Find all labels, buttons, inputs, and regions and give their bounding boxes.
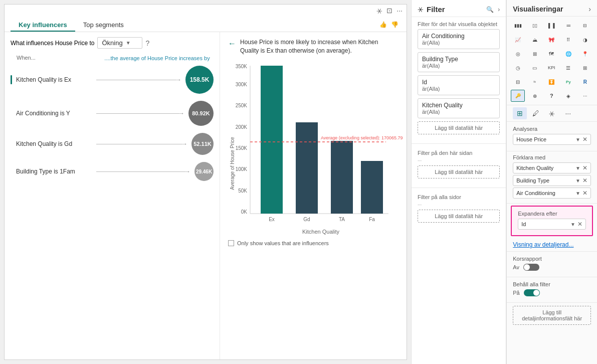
filter-item-kitchen-quality[interactable]: Kitchen Quality är(Alla) [418,98,500,118]
vis-icon-kpi[interactable]: KPI [544,62,558,74]
vis-icon-line[interactable]: 📈 [511,34,525,46]
bar-ex[interactable] [261,66,283,214]
vis-icon-more-visuals[interactable]: ··· [578,90,592,102]
vis-icon-pie[interactable]: ◑ [578,34,592,46]
bar-ta[interactable] [331,141,353,214]
analysera-label: Analysera [513,126,591,132]
vis-icon-area[interactable]: ⛰ [528,34,542,46]
tool-format[interactable]: ⊞ [513,107,527,119]
korsrapport-toggle[interactable] [523,264,539,271]
tab-top-segments[interactable]: Top segments [75,17,132,32]
x-axis-label: Kitchen Quality [302,229,339,235]
visning-link[interactable]: Visning av detaljerad... [513,241,591,248]
vis-panel-title: Visualiseringar [513,5,588,13]
vis-icon-decomp[interactable]: ⊕ [528,90,542,102]
back-arrow-icon[interactable]: ← [228,39,236,48]
vis-icon-py[interactable]: Py [561,76,575,88]
vis-icon-key-influencers[interactable]: 🔑 [511,90,525,102]
forklara-air-conditioning[interactable]: Air Conditioning ▼ ✕ [513,188,591,199]
vis-icon-ribbon[interactable]: 🎀 [544,34,558,46]
behall-label: Behåll alla filter [513,281,591,287]
svg-text:Fa: Fa [369,217,375,222]
bar-fa[interactable] [361,161,383,214]
influencer-label: Air Conditioning is Y [16,110,96,117]
vis-icon-qna[interactable]: ? [544,90,558,102]
influencer-label: Kitchen Quality is Ex [16,76,96,83]
filter-icon[interactable]: ⚹ [376,7,382,15]
filter-add-page-btn[interactable]: Lägg till datafält här [418,165,500,178]
tool-filter[interactable]: ⚹ [545,107,559,119]
ac-x-icon[interactable]: ✕ [582,190,587,197]
thumbup-icon[interactable]: 👍 [379,21,387,28]
svg-text:Average of House Price: Average of House Price [230,136,235,190]
vis-icon-smart[interactable]: ◈ [561,90,575,102]
vis-icon-filled-map[interactable]: 📍 [578,48,592,60]
dropdown-arrow-icon: ▼ [126,40,131,46]
filter-item-air-conditioning[interactable]: Air Conditioning är(Alla) [418,29,500,49]
filter-panel-title: Filter [427,5,483,14]
filter-search-icon[interactable]: 🔍 [486,6,494,13]
filter-item-id[interactable]: Id är(Alla) [418,75,500,95]
svg-text:TA: TA [339,217,345,222]
filter-item-building-type[interactable]: Building Type är(Alla) [418,52,500,72]
vis-icon-table[interactable]: ⊞ [578,62,592,74]
bt-x-icon[interactable]: ✕ [582,177,587,184]
svg-text:200K: 200K [236,124,248,130]
svg-text:Ex: Ex [269,217,275,222]
kq-x-icon[interactable]: ✕ [582,164,587,171]
filter-all-more[interactable]: ··· [418,202,422,208]
vis-icon-card[interactable]: ▭ [528,62,542,74]
vis-icon-hbar[interactable]: ≡≡ [561,20,575,32]
chart-panel: ← House Price is more likely to increase… [220,32,407,359]
vis-icon-choropleth[interactable]: 🌐 [561,48,575,60]
thumbdown-icon[interactable]: 👎 [391,21,399,28]
forklara-kitchen-quality[interactable]: Kitchen Quality ▼ ✕ [513,162,591,173]
expandera-field-pill[interactable]: Id ▼ ✕ [518,219,586,230]
analysera-field-pill[interactable]: House Price ▼ ✕ [513,134,591,145]
vis-icon-funnel[interactable]: ⏬ [544,76,558,88]
question-dropdown[interactable]: Ökning ▼ [97,37,142,49]
behall-on-label: På [513,290,519,296]
bar-gd[interactable] [296,122,318,214]
expandera-section: Expandera efter Id ▼ ✕ [511,206,593,236]
vis-expand-icon[interactable]: › [588,5,591,13]
filter-page-more[interactable]: ··· [418,158,422,163]
vis-icon-r[interactable]: R [578,76,592,88]
vis-icon-stacked-bar[interactable]: ▯▯ [528,20,542,32]
tab-key-influencers[interactable]: Key influencers [11,17,75,32]
more-icon[interactable]: ··· [396,7,403,15]
tool-more-tools[interactable]: ··· [561,107,575,119]
vis-icon-slicer[interactable]: ☰ [561,62,575,74]
vis-icon-treemap[interactable]: ⊞ [528,48,542,60]
exp-x-icon[interactable]: ✕ [577,221,582,228]
vis-icon-map[interactable]: 🗺 [544,48,558,60]
tool-analytics[interactable]: 🖊 [529,107,543,119]
svg-text:50K: 50K [238,188,247,194]
forklara-building-type[interactable]: Building Type ▼ ✕ [513,175,591,186]
pill-x-icon[interactable]: ✕ [582,136,587,143]
influencer-checkbox[interactable] [228,240,234,246]
list-item[interactable]: Kitchen Quality is Ex → 158.5K [11,66,214,94]
expand-icon[interactable]: ⊡ [386,7,392,15]
vis-icon-hstacked[interactable]: ⊟ [578,20,592,32]
vis-icon-bar[interactable]: ▮▮▮ [511,20,525,32]
influencer-label: Building Type is 1Fam [16,168,96,175]
filter-all-section: Filter på alla sidor ··· Lägg till dataf… [412,190,506,230]
filter-add-visual-btn[interactable]: Lägg till datafält här [418,121,500,134]
vis-icon-gauge[interactable]: ◷ [511,62,525,74]
list-item[interactable]: Building Type is 1Fam → 29.46K [16,162,214,181]
detail-add-btn[interactable]: Lägg till detaljinformationsfält här [513,306,591,325]
filter-expand-icon[interactable]: › [498,6,500,13]
vis-icon-100bar[interactable]: ▌▐ [544,20,558,32]
vis-icon-donut[interactable]: ◎ [511,48,525,60]
filter-add-all-btn[interactable]: Lägg till datafält här [418,210,500,223]
vis-icon-scatter[interactable]: ⠿ [561,34,575,46]
help-icon[interactable]: ? [145,39,149,47]
list-item[interactable]: Air Conditioning is Y → 80.92K [16,101,214,126]
vis-icon-waterfall[interactable]: ≈ [528,76,542,88]
list-item[interactable]: Kitchen Quality is Gd → 52.11K [16,133,214,155]
behall-toggle[interactable] [524,289,540,296]
pill-arrow-icon: ▼ [575,137,580,142]
active-indicator [11,75,12,84]
vis-icon-matrix[interactable]: ⊟ [511,76,525,88]
